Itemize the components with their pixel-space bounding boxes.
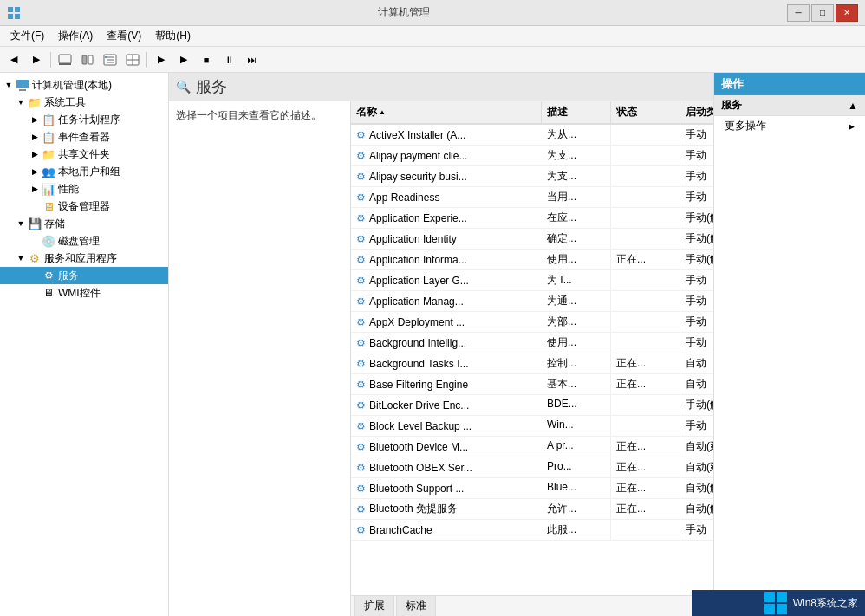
- table-row[interactable]: ⚙ Bluetooth 免提服务 允许... 正在... 自动(触...: [351, 499, 713, 520]
- service-status: [611, 395, 680, 415]
- service-name: Bluetooth 免提服务: [369, 502, 458, 516]
- perf-icon: 📊: [42, 182, 55, 196]
- service-desc: 此服...: [542, 520, 611, 540]
- header-startup[interactable]: 启动类型 ▼: [680, 101, 713, 123]
- services-list[interactable]: ⚙ ActiveX Installer (A... 为从... 手动 ⚙ Ali…: [351, 125, 713, 595]
- table-row[interactable]: ⚙ Base Filtering Engine 基本... 正在... 自动: [351, 374, 713, 395]
- service-startup: 手动: [680, 312, 713, 332]
- header-desc[interactable]: 描述: [542, 101, 611, 123]
- sidebar-item-system-tools[interactable]: ▼ 📁 系统工具: [0, 94, 168, 111]
- forward-button[interactable]: ▶: [26, 50, 47, 69]
- table-row[interactable]: ⚙ Background Tasks I... 控制... 正在... 自动: [351, 353, 713, 374]
- table-row[interactable]: ⚙ App Readiness 当用... 手动: [351, 187, 713, 208]
- menu-view[interactable]: 查看(V): [100, 27, 148, 45]
- table-row[interactable]: ⚙ Application Layer G... 为 I... 手动: [351, 270, 713, 291]
- service-startup: 手动(触...: [680, 208, 713, 228]
- back-button[interactable]: ◀: [3, 50, 24, 69]
- table-row[interactable]: ⚙ Block Level Backup ... Win... 手动: [351, 416, 713, 437]
- restart-button[interactable]: ⏭: [241, 50, 262, 69]
- sidebar-item-disk-mgmt[interactable]: 💿 磁盘管理: [0, 232, 168, 250]
- service-desc: 为支...: [542, 166, 611, 186]
- sidebar-item-task-scheduler[interactable]: ▶ 📋 任务计划程序: [0, 111, 168, 128]
- play2-button[interactable]: ▶: [173, 50, 194, 69]
- table-row[interactable]: ⚙ Application Manag... 为通... 手动: [351, 291, 713, 312]
- list-button[interactable]: [122, 50, 143, 69]
- sidebar-item-services-apps[interactable]: ▼ ⚙ 服务和应用程序: [0, 250, 168, 267]
- service-desc: 允许...: [542, 499, 611, 519]
- service-desc: 确定...: [542, 229, 611, 249]
- service-name-cell: ⚙ Alipay payment clie...: [351, 146, 542, 165]
- window-title: 计算机管理: [21, 5, 787, 20]
- sidebar-label: WMI控件: [58, 286, 101, 301]
- toolbar-separator-2: [146, 52, 147, 68]
- table-row[interactable]: ⚙ Application Experie... 在应... 手动(触...: [351, 208, 713, 229]
- table-row[interactable]: ⚙ ActiveX Installer (A... 为从... 手动: [351, 125, 713, 146]
- minimize-button[interactable]: ─: [787, 4, 810, 22]
- svg-rect-20: [764, 604, 775, 614]
- table-row[interactable]: ⚙ Application Identity 确定... 手动(触...: [351, 229, 713, 250]
- table-row[interactable]: ⚙ Bluetooth Support ... Blue... 正在... 自动…: [351, 478, 713, 499]
- close-button[interactable]: ✕: [836, 4, 858, 22]
- table-row[interactable]: ⚙ Bluetooth OBEX Ser... Pro... 正在... 自动(…: [351, 457, 713, 478]
- service-name: Alipay payment clie...: [369, 150, 467, 162]
- sidebar-item-wmi[interactable]: 🖥 WMI控件: [0, 284, 168, 302]
- service-status: [611, 333, 680, 353]
- up-button[interactable]: [55, 50, 75, 69]
- table-row[interactable]: ⚙ Bluetooth Device M... A pr... 正在... 自动…: [351, 437, 713, 457]
- services-table-header: 名称 ▲ 描述 状态 启动类型 ▼: [351, 101, 713, 125]
- sidebar-item-performance[interactable]: ▶ 📊 性能: [0, 180, 168, 198]
- maximize-button[interactable]: □: [811, 4, 834, 22]
- table-row[interactable]: ⚙ BitLocker Drive Enc... BDE... 手动(触...: [351, 395, 713, 416]
- event-icon: 📋: [42, 130, 55, 144]
- service-desc: 为通...: [542, 291, 611, 311]
- sidebar-item-computer-mgmt[interactable]: ▼ 计算机管理(本地): [0, 76, 168, 94]
- play-button[interactable]: ▶: [151, 50, 172, 69]
- sidebar-item-device-manager[interactable]: 🖥 设备管理器: [0, 198, 168, 215]
- more-actions-item[interactable]: 更多操作 ▶: [714, 116, 865, 136]
- tab-extend[interactable]: 扩展: [354, 595, 394, 616]
- bottom-text: Win8系统之家: [793, 596, 858, 611]
- sort-arrow: ▲: [379, 108, 386, 116]
- table-row[interactable]: ⚙ Alipay security busi... 为支... 手动: [351, 166, 713, 187]
- sidebar-item-services[interactable]: ⚙ 服务: [0, 267, 168, 284]
- header-name[interactable]: 名称 ▲: [351, 101, 542, 123]
- service-name: Application Layer G...: [369, 275, 469, 287]
- table-row[interactable]: ⚙ Background Intellig... 使用... 手动: [351, 333, 713, 353]
- service-gear-icon: ⚙: [356, 379, 366, 391]
- show-hide-button[interactable]: [77, 50, 98, 69]
- menu-file[interactable]: 文件(F): [3, 27, 51, 45]
- table-row[interactable]: ⚙ Alipay payment clie... 为支... 手动: [351, 146, 713, 166]
- service-name-cell: ⚙ Bluetooth Device M...: [351, 437, 542, 457]
- sidebar-item-shared-folders[interactable]: ▶ 📁 共享文件夹: [0, 146, 168, 163]
- service-status: [611, 125, 680, 145]
- tab-standard[interactable]: 标准: [396, 595, 436, 616]
- svg-rect-19: [777, 592, 787, 602]
- service-desc: 使用...: [542, 250, 611, 269]
- expand-icon: ▶: [28, 133, 42, 141]
- service-status: [611, 416, 680, 436]
- expand-icon: ▶: [28, 115, 42, 124]
- service-name-cell: ⚙ Alipay security busi...: [351, 166, 542, 186]
- content-area: 🔍 服务 选择一个项目来查看它的描述。 名称 ▲ 描述: [169, 73, 713, 616]
- header-status[interactable]: 状态: [611, 101, 680, 123]
- table-row[interactable]: ⚙ BranchCache 此服... 手动: [351, 520, 713, 541]
- service-startup: 自动(触...: [680, 499, 713, 519]
- sidebar-label: 系统工具: [44, 95, 86, 110]
- menu-action[interactable]: 操作(A): [51, 27, 100, 45]
- service-name: App Readiness: [369, 191, 439, 204]
- sidebar-item-local-users[interactable]: ▶ 👥 本地用户和组: [0, 163, 168, 180]
- pause-button[interactable]: ⏸: [218, 50, 239, 69]
- stop-button[interactable]: ■: [196, 50, 217, 69]
- service-desc: Win...: [542, 416, 611, 436]
- svg-rect-4: [59, 55, 71, 63]
- expand-icon: ▼: [14, 98, 28, 107]
- service-status: 正在...: [611, 353, 680, 373]
- detail-button[interactable]: [100, 50, 120, 69]
- sidebar-item-storage[interactable]: ▼ 💾 存储: [0, 215, 168, 232]
- service-gear-icon: ⚙: [356, 233, 366, 245]
- menu-help[interactable]: 帮助(H): [148, 27, 198, 45]
- table-row[interactable]: ⚙ AppX Deployment ... 为部... 手动: [351, 312, 713, 333]
- service-name-cell: ⚙ AppX Deployment ...: [351, 312, 542, 332]
- sidebar-item-event-viewer[interactable]: ▶ 📋 事件查看器: [0, 128, 168, 146]
- table-row[interactable]: ⚙ Application Informa... 使用... 正在... 手动(…: [351, 250, 713, 270]
